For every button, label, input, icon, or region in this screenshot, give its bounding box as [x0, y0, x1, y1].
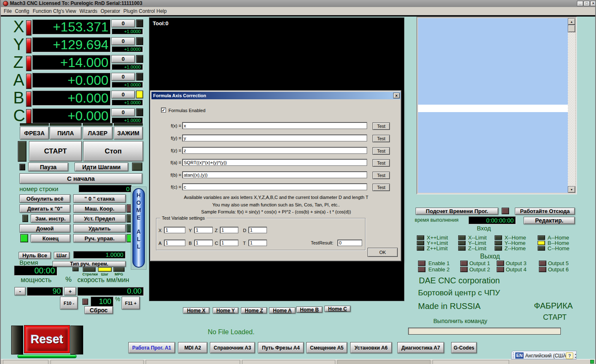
fc-test-button[interactable]: Test	[372, 184, 390, 191]
tab-reference[interactable]: Справочник А3	[210, 342, 255, 353]
single-step-button[interactable]: Идти Шагами	[74, 163, 128, 171]
scrollbar-thumb[interactable]	[568, 25, 575, 32]
home-z-button[interactable]: Home Z	[241, 307, 267, 314]
tab-settings[interactable]: Установки А6	[350, 342, 392, 353]
fy-input[interactable]	[182, 134, 367, 141]
scrollbar-track[interactable]	[568, 18, 575, 193]
scrollbar-down-button[interactable]: ▼	[568, 186, 575, 193]
zero-c-button[interactable]: 0	[111, 108, 135, 116]
language-help-icon[interactable]: ?	[566, 352, 573, 359]
home-all-button[interactable]: H O M E A L L	[132, 188, 145, 268]
zero-y-button[interactable]: 0	[111, 37, 135, 45]
fz-input[interactable]	[182, 147, 367, 154]
rewind-button[interactable]: С начала	[19, 173, 142, 184]
menu-view[interactable]: View	[65, 8, 76, 14]
maximize-button[interactable]: □	[584, 1, 590, 6]
taskbar-item[interactable]	[242, 360, 335, 364]
home-x-button[interactable]: Home X	[183, 307, 209, 314]
fa-test-button[interactable]: Test	[372, 159, 390, 167]
power-plus-button[interactable]: +	[64, 287, 76, 295]
set-limits-button[interactable]: Уст. Предел	[73, 214, 126, 223]
override-down-button[interactable]: F10 -	[60, 297, 78, 309]
dialog-close-icon[interactable]: ×	[393, 93, 400, 98]
tab-program-run[interactable]: Работа Прог. А1	[128, 342, 175, 353]
reset-button[interactable]: Reset	[24, 326, 70, 353]
scrollbar-up-button[interactable]: ▲	[568, 18, 575, 25]
menu-plugin-control[interactable]: PlugIn Control	[123, 8, 155, 14]
var-b-input[interactable]	[194, 239, 213, 246]
taskbar-item-active[interactable]	[337, 360, 430, 364]
taskbar-item[interactable]	[146, 360, 240, 364]
mode-clamp-button[interactable]: ЗАЖИМ	[114, 127, 143, 139]
menu-operator[interactable]: Operator	[101, 8, 120, 14]
fx-input[interactable]	[182, 122, 367, 129]
pause-button[interactable]: Пауза	[28, 163, 68, 171]
manual-control-button[interactable]: Руч. управ.	[73, 234, 126, 242]
start-button[interactable]: СТАРТ	[29, 141, 82, 161]
var-z-input[interactable]	[220, 227, 238, 233]
override-reset-button[interactable]: Сброс	[84, 306, 113, 314]
fy-test-button[interactable]: Test	[372, 135, 390, 142]
end-button[interactable]: Конец	[31, 234, 70, 242]
fx-test-button[interactable]: Test	[372, 122, 390, 130]
menu-help[interactable]: Help	[156, 8, 167, 14]
taskbar-tray-icon[interactable]	[590, 360, 594, 364]
fb-test-button[interactable]: Test	[372, 172, 390, 179]
taskbar-item[interactable]	[3, 360, 48, 364]
menu-file[interactable]: File	[4, 8, 12, 14]
command-input[interactable]	[408, 328, 561, 335]
machine-zero-button[interactable]: " 0 " станка	[73, 194, 126, 203]
tab-gcodes[interactable]: G-Codes	[451, 342, 477, 353]
power-minus-button[interactable]: -	[14, 287, 26, 295]
fb-input[interactable]	[182, 171, 367, 178]
taskbar-item[interactable]	[433, 360, 509, 364]
tab-mdi[interactable]: MDI A2	[178, 342, 207, 353]
var-t-input[interactable]	[248, 239, 267, 246]
delete-button[interactable]: Удалить	[73, 224, 126, 232]
menu-function-cfgs[interactable]: Function Cfg's	[33, 8, 64, 14]
home-a-button[interactable]: Home A	[269, 307, 296, 314]
language-code-badge[interactable]: EN	[515, 352, 524, 359]
taskbar-item[interactable]	[50, 360, 144, 364]
dialog-title-bar[interactable]: Formula Axis Correction	[151, 92, 401, 99]
work-from-here-button[interactable]: Работайте Отсюда	[515, 208, 575, 215]
var-d-input[interactable]	[248, 227, 267, 233]
fc-input[interactable]	[182, 183, 367, 190]
test-result-input[interactable]	[337, 239, 362, 246]
jog-type-button[interactable]: Тип руч. перем.	[53, 261, 126, 267]
minimize-button[interactable]: _	[577, 1, 583, 6]
fz-test-button[interactable]: Test	[372, 147, 390, 155]
zero-x-button[interactable]: 0	[111, 19, 135, 27]
menu-config[interactable]: Config	[15, 8, 29, 14]
home-b-button[interactable]: Home B	[296, 307, 322, 313]
tab-toolpath[interactable]: Путь Фрезы А4	[258, 342, 304, 353]
zero-b-button[interactable]: 0	[111, 91, 135, 98]
goto-zero-button[interactable]: Двигать к "0"	[19, 204, 70, 213]
zero-a-button[interactable]: 0	[111, 73, 135, 81]
edit-button[interactable]: Редактир.	[524, 217, 575, 224]
mode-laser-button[interactable]: ЛАЗЕР	[83, 127, 113, 139]
override-up-button[interactable]: F11 +	[122, 297, 140, 309]
null-all-button[interactable]: Нуль Все	[19, 252, 51, 259]
formulas-enabled-checkbox[interactable]	[161, 108, 166, 113]
var-c-input[interactable]	[220, 239, 238, 246]
tool-change-button[interactable]: Зам. инстр.	[31, 214, 70, 223]
mode-mill-button[interactable]: ФРЕЗА	[20, 127, 49, 139]
language-bar-grip[interactable]	[513, 352, 514, 359]
list-selected-row[interactable]	[418, 105, 568, 112]
calc-time-button[interactable]: Подсчет Времени Прог.	[416, 208, 498, 215]
tab-offsets[interactable]: Смещение А5	[306, 342, 347, 353]
home-button[interactable]: Домой	[19, 224, 70, 232]
language-options-icon[interactable]: ▴▾	[574, 352, 577, 359]
zero-all-button[interactable]: Обнулить всё	[19, 194, 70, 203]
tab-diagnostics[interactable]: Диагностика А7	[397, 342, 444, 353]
menu-wizards[interactable]: Wizards	[79, 8, 97, 14]
var-a-input[interactable]	[164, 239, 185, 246]
mode-saw-button[interactable]: ПИЛА	[50, 127, 82, 139]
close-button[interactable]: ×	[590, 1, 596, 6]
ok-button[interactable]: OK	[368, 248, 398, 257]
var-y-input[interactable]	[194, 227, 213, 233]
zero-z-button[interactable]: 0	[111, 55, 135, 63]
fa-input[interactable]	[182, 159, 367, 166]
var-x-input[interactable]	[164, 227, 185, 233]
